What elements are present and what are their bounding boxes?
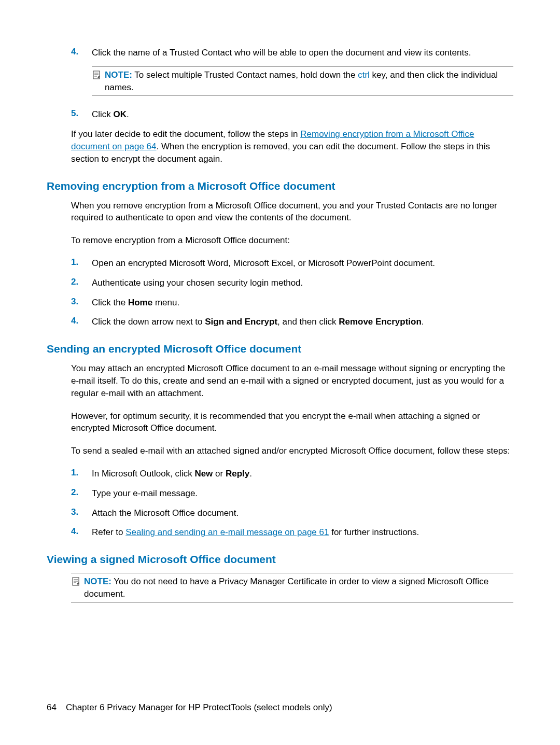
step-number: 1. [71,468,92,480]
step-number: 5. [71,108,92,121]
text-before-link: Refer to [92,527,125,537]
step-number: 1. [71,257,92,270]
step-number: 2. [71,277,92,289]
removing-step-1: 1. Open an encrypted Microsoft Word, Mic… [47,257,513,270]
heading-sending-encrypted: Sending an encrypted Microsoft Office do… [47,343,513,355]
note-trusted-contacts: NOTE: To select multiple Trusted Contact… [92,66,513,96]
text-mid: , and then click [277,317,339,327]
note-viewing: NOTE: You do not need to have a Privacy … [71,573,513,603]
link-sealing-sending[interactable]: Sealing and sending an e-mail message on… [125,527,329,537]
step-text: Click the Home menu. [92,297,513,309]
text-bold1: Sign and Encrypt [205,317,277,327]
text-after-link: for further instructions. [329,527,419,537]
ctrl-key: ctrl [358,70,370,80]
sending-step-3: 3. Attach the Microsoft Office document. [47,507,513,519]
paragraph-removing-1: When you remove encryption from a Micros… [71,200,513,224]
removing-step-3: 3. Click the Home menu. [47,297,513,309]
step-4: 4. Click the name of a Trusted Contact w… [47,47,513,59]
step-number: 3. [71,297,92,309]
chapter-title: Chapter 6 Privacy Manager for HP Protect… [66,702,332,713]
sending-step-1: 1. In Microsoft Outlook, click New or Re… [47,468,513,480]
text-after: . [422,317,424,327]
text-before-link: If you later decide to edit the document… [71,129,300,139]
paragraph-removing-2: To remove encryption from a Microsoft Of… [71,234,513,247]
text-before-bold1: In Microsoft Outlook, click [92,469,194,479]
text-bold2: Reply [226,469,249,479]
note-text: NOTE: To select multiple Trusted Contact… [105,69,513,94]
removing-step-4: 4. Click the down arrow next to Sign and… [47,316,513,328]
step-5: 5. Click OK. [47,108,513,121]
note-before-key: To select multiple Trusted Contact names… [132,70,358,80]
step-number: 3. [71,507,92,519]
sending-step-2: 2. Type your e-mail message. [47,487,513,500]
paragraph-edit-later: If you later decide to edit the document… [71,128,513,165]
text-bold1: New [194,469,213,479]
step-text: Type your e-mail message. [92,487,513,500]
note-label: NOTE: [84,577,111,586]
sending-step-4: 4. Refer to Sealing and sending an e-mai… [47,526,513,539]
step-text: Click the down arrow next to Sign and En… [92,316,513,328]
step-number: 4. [71,526,92,539]
step-text: Open an encrypted Microsoft Word, Micros… [92,257,513,270]
heading-removing-encryption: Removing encryption from a Microsoft Off… [47,180,513,192]
note-icon [71,577,81,600]
page-number: 64 [47,702,57,713]
step-text: Click the name of a Trusted Contact who … [92,47,513,59]
step-text: In Microsoft Outlook, click New or Reply… [92,468,513,480]
paragraph-sending-2: However, for optimum security, it is rec… [71,410,513,435]
note-label: NOTE: [105,70,132,80]
step-text: Refer to Sealing and sending an e-mail m… [92,526,513,539]
removing-step-2: 2. Authenticate using your chosen securi… [47,277,513,289]
step-number: 4. [71,47,92,59]
note-body: You do not need to have a Privacy Manage… [84,577,488,599]
step-text: Click OK. [92,108,513,121]
step-text: Attach the Microsoft Office document. [92,507,513,519]
text-after-bold: . [127,109,129,119]
text-bold: Home [128,298,152,307]
page-content: 4. Click the name of a Trusted Contact w… [0,0,560,745]
note-icon [92,70,102,94]
paragraph-sending-1: You may attach an encrypted Microsoft Of… [71,362,513,399]
page-footer: 64 Chapter 6 Privacy Manager for HP Prot… [47,702,332,713]
text-bold2: Remove Encryption [339,317,422,327]
step-text: Authenticate using your chosen security … [92,277,513,289]
step-number: 4. [71,316,92,328]
text-bold: OK [114,109,127,119]
note-text: NOTE: You do not need to have a Privacy … [84,575,513,600]
step-number: 2. [71,487,92,500]
heading-viewing-signed: Viewing a signed Microsoft Office docume… [47,553,513,566]
text-before-bold: Click the [92,298,128,307]
text-before-bold1: Click the down arrow next to [92,317,205,327]
paragraph-sending-3: To send a sealed e-mail with an attached… [71,445,513,457]
text-before-bold: Click [92,109,114,119]
text-after: . [249,469,252,479]
text-after-bold: menu. [152,298,179,307]
text-mid: or [213,469,226,479]
